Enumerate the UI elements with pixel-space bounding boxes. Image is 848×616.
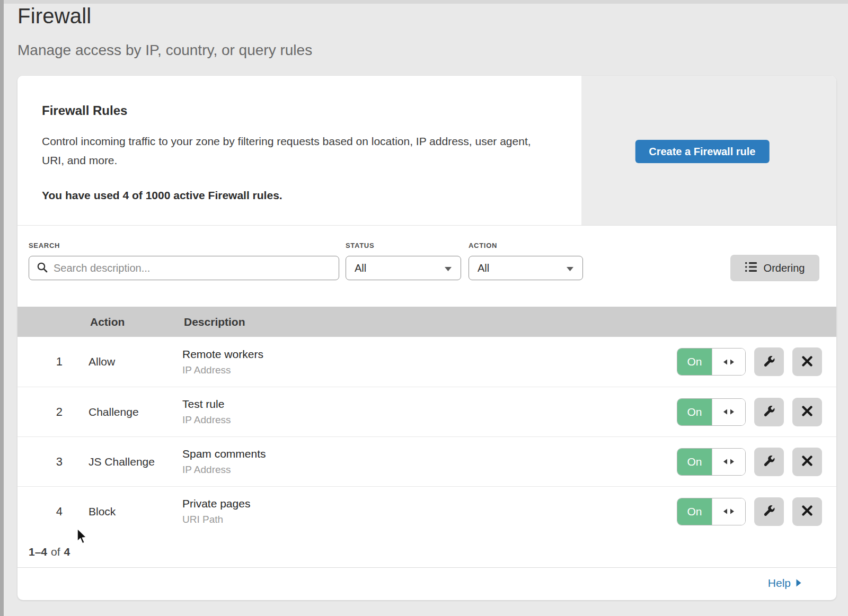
delete-rule-button[interactable] (792, 398, 822, 426)
firewall-rules-card: Firewall Rules Control incoming traffic … (17, 76, 836, 600)
chevron-down-icon (566, 262, 574, 274)
table-header: Action Description (17, 307, 836, 337)
status-select[interactable]: All (346, 256, 461, 280)
wrench-icon (763, 504, 775, 519)
page-title: Firewall (17, 4, 312, 28)
table-row: 4 Block Private pages URI Path On (17, 486, 836, 536)
close-icon (801, 355, 813, 369)
wrench-icon (763, 405, 775, 419)
toggle-on-label: On (677, 349, 712, 375)
window-left-edge (0, 0, 4, 616)
ordering-button[interactable]: Ordering (730, 255, 819, 281)
create-firewall-rule-button[interactable]: Create a Firewall rule (635, 140, 769, 163)
rule-action: Block (89, 505, 182, 518)
action-select-value: All (478, 262, 489, 274)
rule-priority: 4 (17, 505, 63, 519)
page-subtitle: Manage access by IP, country, or query r… (17, 42, 312, 59)
rule-controls: On (677, 347, 836, 376)
table-row: 3 JS Challenge Spam comments IP Address … (17, 436, 836, 486)
action-label: ACTION (469, 242, 497, 249)
wrench-icon (763, 355, 775, 369)
rule-match-type: IP Address (182, 414, 231, 426)
window-top-edge (4, 0, 848, 4)
chevron-down-icon (444, 262, 452, 274)
close-icon (801, 505, 813, 518)
rule-enabled-toggle[interactable]: On (677, 498, 746, 525)
rule-priority: 3 (17, 455, 63, 469)
toggle-handle-icon (712, 498, 745, 525)
help-link[interactable]: Help (768, 577, 801, 590)
search-input[interactable] (54, 262, 331, 274)
rule-description: Remote workers IP Address (182, 348, 263, 376)
rule-match-type: IP Address (182, 464, 266, 476)
list-icon (745, 262, 757, 274)
rule-controls: On (677, 448, 836, 476)
rule-description-title: Test rule (182, 398, 231, 410)
pagination-range: 1–4 (29, 546, 47, 558)
pagination-of-label: of (51, 546, 60, 558)
column-header-description: Description (184, 316, 245, 328)
rule-match-type: IP Address (182, 364, 263, 376)
rule-description: Test rule IP Address (182, 398, 231, 426)
filters-bar: SEARCH STATUS All ACTION All Ordering (17, 226, 836, 307)
rule-controls: On (677, 398, 836, 426)
column-header-action: Action (90, 316, 184, 328)
edit-rule-button[interactable] (754, 347, 784, 376)
rule-action: Allow (89, 355, 182, 368)
edit-rule-button[interactable] (754, 497, 784, 526)
rule-priority: 2 (17, 405, 63, 419)
toggle-handle-icon (712, 449, 745, 475)
card-footer: Help (17, 568, 836, 599)
search-icon (37, 262, 48, 275)
toggle-on-label: On (677, 449, 712, 475)
rule-description: Private pages URI Path (182, 497, 250, 525)
create-rule-panel: Create a Firewall rule (581, 76, 836, 225)
action-select[interactable]: All (469, 256, 583, 280)
edit-rule-button[interactable] (754, 448, 784, 476)
status-select-value: All (355, 262, 366, 274)
rule-description-title: Private pages (182, 497, 250, 510)
usage-note: You have used 4 of 1000 active Firewall … (42, 189, 550, 202)
table-row: 2 Challenge Test rule IP Address On (17, 387, 836, 436)
rule-controls: On (677, 497, 836, 526)
delete-rule-button[interactable] (792, 497, 822, 526)
rule-enabled-toggle[interactable]: On (677, 448, 746, 476)
delete-rule-button[interactable] (792, 448, 822, 476)
edit-rule-button[interactable] (754, 398, 784, 426)
ordering-button-label: Ordering (764, 262, 805, 274)
delete-rule-button[interactable] (792, 347, 822, 376)
search-input-wrapper (29, 256, 339, 280)
card-top-section: Firewall Rules Control incoming traffic … (17, 76, 836, 226)
intro-panel: Firewall Rules Control incoming traffic … (17, 76, 581, 225)
rule-enabled-toggle[interactable]: On (677, 348, 746, 376)
rule-enabled-toggle[interactable]: On (677, 398, 746, 426)
page-header: Firewall Manage access by IP, country, o… (17, 4, 312, 59)
rule-description-title: Spam comments (182, 448, 266, 460)
rule-action: Challenge (89, 406, 182, 418)
search-label: SEARCH (29, 242, 60, 249)
rule-description: Spam comments IP Address (182, 448, 266, 476)
toggle-handle-icon (712, 349, 745, 375)
rule-action: JS Challenge (89, 456, 182, 468)
triangle-right-icon (796, 577, 801, 590)
close-icon (801, 455, 813, 468)
table-row: 1 Allow Remote workers IP Address On (17, 337, 836, 387)
pagination: 1–4 of 4 (17, 536, 836, 568)
toggle-on-label: On (677, 498, 712, 525)
card-heading: Firewall Rules (42, 103, 550, 118)
help-link-label: Help (768, 577, 791, 590)
status-label: STATUS (346, 242, 374, 249)
wrench-icon (763, 454, 775, 469)
rule-match-type: URI Path (182, 514, 250, 525)
rule-description-title: Remote workers (182, 348, 263, 361)
card-description: Control incoming traffic to your zone by… (42, 132, 543, 170)
toggle-on-label: On (677, 399, 712, 425)
rule-priority: 1 (17, 355, 63, 369)
pagination-total: 4 (64, 546, 70, 558)
close-icon (801, 405, 813, 418)
toggle-handle-icon (712, 399, 745, 425)
